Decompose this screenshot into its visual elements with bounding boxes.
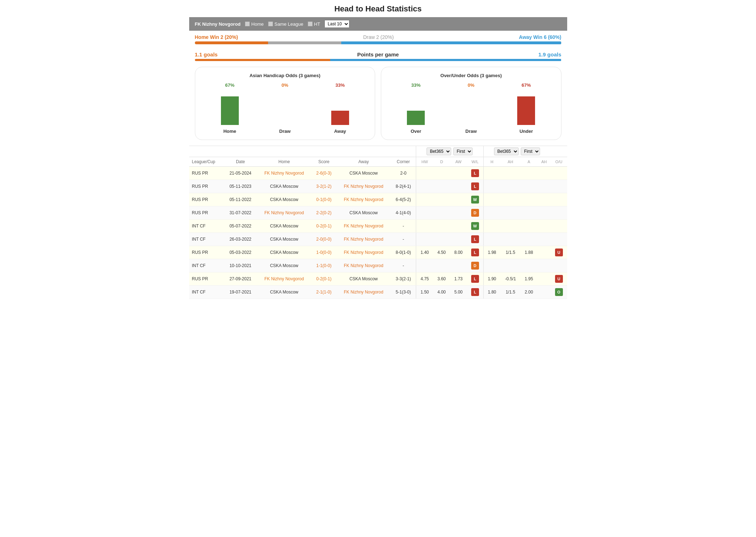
away-team[interactable]: FK Nizhny Novgorod bbox=[344, 224, 383, 229]
goals-bar bbox=[195, 59, 561, 61]
td-ah bbox=[500, 206, 520, 220]
th-league: League/Cup bbox=[189, 157, 224, 167]
td-ah2 bbox=[537, 167, 551, 180]
td-date: 21-05-2024 bbox=[224, 167, 257, 180]
th-wl: W/L bbox=[467, 157, 483, 167]
td-aw: 5.00 bbox=[450, 286, 467, 299]
ou-draw-col: 0% Draw bbox=[462, 82, 480, 134]
checkbox-home[interactable] bbox=[245, 21, 250, 26]
last-n-dropdown[interactable]: Last 10 Last 5 Last 20 bbox=[324, 20, 349, 28]
td-d: 3.60 bbox=[433, 272, 450, 286]
home-team[interactable]: FK Nizhny Novgorod bbox=[264, 276, 304, 281]
home-team[interactable]: FK Nizhny Novgorod bbox=[264, 171, 304, 176]
checkbox-ht[interactable] bbox=[308, 21, 313, 26]
ou-badge: O bbox=[555, 288, 563, 296]
td-score: 0-2(0-1) bbox=[311, 220, 336, 233]
ou-draw-bar-wrap bbox=[462, 89, 480, 125]
td-home: FK Nizhny Novgorod bbox=[257, 206, 311, 220]
ou-over-pct: 33% bbox=[411, 82, 420, 88]
td-score: 2-6(0-3) bbox=[311, 167, 336, 180]
td-ou bbox=[551, 167, 567, 180]
away-team[interactable]: FK Nizhny Novgorod bbox=[344, 250, 383, 255]
filter-home-checkbox[interactable]: Home bbox=[245, 21, 264, 27]
th-bet365-first-group: Bet365 First bbox=[416, 146, 484, 157]
wl-badge: L bbox=[471, 235, 479, 243]
wl-badge: L bbox=[471, 169, 479, 177]
wl-badge: L bbox=[471, 249, 479, 256]
ah-home-col: 67% Home bbox=[221, 82, 239, 134]
wl-badge: D bbox=[471, 262, 479, 270]
th-h: H bbox=[483, 157, 500, 167]
td-a: 2.00 bbox=[520, 286, 537, 299]
first-select-2[interactable]: First bbox=[521, 147, 540, 155]
progress-away bbox=[341, 41, 561, 44]
td-league: RUS PR bbox=[189, 246, 224, 259]
td-a: 1.95 bbox=[520, 272, 537, 286]
bet365-select-1[interactable]: Bet365 bbox=[427, 147, 451, 155]
th-score: Score bbox=[311, 157, 336, 167]
td-home: FK Nizhny Novgorod bbox=[257, 167, 311, 180]
td-h bbox=[483, 193, 500, 206]
away-team[interactable]: FK Nizhny Novgorod bbox=[344, 184, 383, 189]
th-ou-empty bbox=[551, 146, 567, 157]
ah-away-bar-wrap bbox=[331, 89, 349, 125]
td-score: 0-2(0-1) bbox=[311, 272, 336, 286]
td-score: 3-2(1-2) bbox=[311, 180, 336, 193]
away-team[interactable]: FK Nizhny Novgorod bbox=[344, 237, 383, 242]
td-ah bbox=[500, 193, 520, 206]
table-controls-row: Bet365 First Bet365 First bbox=[189, 146, 567, 157]
td-date: 10-10-2021 bbox=[224, 259, 257, 272]
td-date: 27-09-2021 bbox=[224, 272, 257, 286]
td-date: 05-07-2022 bbox=[224, 220, 257, 233]
filter-same-league-checkbox[interactable]: Same League bbox=[268, 21, 303, 27]
td-wl: L bbox=[467, 286, 483, 299]
td-aw: 1.73 bbox=[450, 272, 467, 286]
table-row: INT CF 26-03-2022 CSKA Moscow 2-0(0-0) F… bbox=[189, 233, 567, 246]
td-score: 2-1(1-0) bbox=[311, 286, 336, 299]
table-row: INT CF 10-10-2021 CSKA Moscow 1-1(0-0) F… bbox=[189, 259, 567, 272]
td-home: CSKA Moscow bbox=[257, 286, 311, 299]
td-league: INT CF bbox=[189, 286, 224, 299]
td-home: CSKA Moscow bbox=[257, 180, 311, 193]
td-aw bbox=[450, 233, 467, 246]
filter-ht-checkbox[interactable]: HT bbox=[308, 21, 320, 27]
goals-away-bar bbox=[330, 59, 561, 61]
td-ah2 bbox=[537, 286, 551, 299]
ppg-label: Points per game bbox=[357, 51, 399, 57]
ou-badge: U bbox=[555, 275, 563, 283]
td-corner: 8-0(1-0) bbox=[391, 246, 416, 259]
home-team[interactable]: FK Nizhny Novgorod bbox=[264, 210, 304, 215]
td-league: RUS PR bbox=[189, 206, 224, 220]
away-team[interactable]: FK Nizhny Novgorod bbox=[344, 290, 383, 295]
td-corner: - bbox=[391, 220, 416, 233]
ou-over-col: 33% Over bbox=[407, 82, 425, 134]
th-a: A bbox=[520, 157, 537, 167]
draw-label: Draw 2 (20%) bbox=[363, 34, 394, 40]
td-wl: L bbox=[467, 246, 483, 259]
table-row: RUS PR 31-07-2022 FK Nizhny Novgorod 2-2… bbox=[189, 206, 567, 220]
ah-home-pct: 67% bbox=[225, 82, 235, 88]
first-select-1[interactable]: First bbox=[453, 147, 473, 155]
away-team[interactable]: FK Nizhny Novgorod bbox=[344, 197, 383, 202]
away-team[interactable]: FK Nizhny Novgorod bbox=[344, 263, 383, 268]
over-under-chart: 33% Over 0% Draw 67% Under bbox=[388, 84, 554, 134]
th-ah2: AH bbox=[537, 157, 551, 167]
td-date: 05-11-2023 bbox=[224, 180, 257, 193]
home-team: CSKA Moscow bbox=[270, 237, 298, 242]
goals-row: 1.1 goals Points per game 1.9 goals bbox=[189, 49, 567, 59]
td-corner: 6-4(5-2) bbox=[391, 193, 416, 206]
matches-table: Bet365 First Bet365 First bbox=[189, 146, 567, 299]
bet365-select-2[interactable]: Bet365 bbox=[494, 147, 519, 155]
home-team: CSKA Moscow bbox=[270, 263, 298, 268]
td-ah2 bbox=[537, 180, 551, 193]
td-a bbox=[520, 167, 537, 180]
td-away: FK Nizhny Novgorod bbox=[337, 193, 391, 206]
td-ou bbox=[551, 259, 567, 272]
checkbox-same-league[interactable] bbox=[268, 21, 273, 26]
td-score: 2-0(0-0) bbox=[311, 233, 336, 246]
filter-bar: FK Nizhny Novgorod Home Same League HT L… bbox=[189, 17, 567, 31]
ah-draw-label: Draw bbox=[279, 129, 291, 134]
td-ah bbox=[500, 233, 520, 246]
td-h bbox=[483, 220, 500, 233]
home-goals: 1.1 goals bbox=[195, 51, 218, 57]
